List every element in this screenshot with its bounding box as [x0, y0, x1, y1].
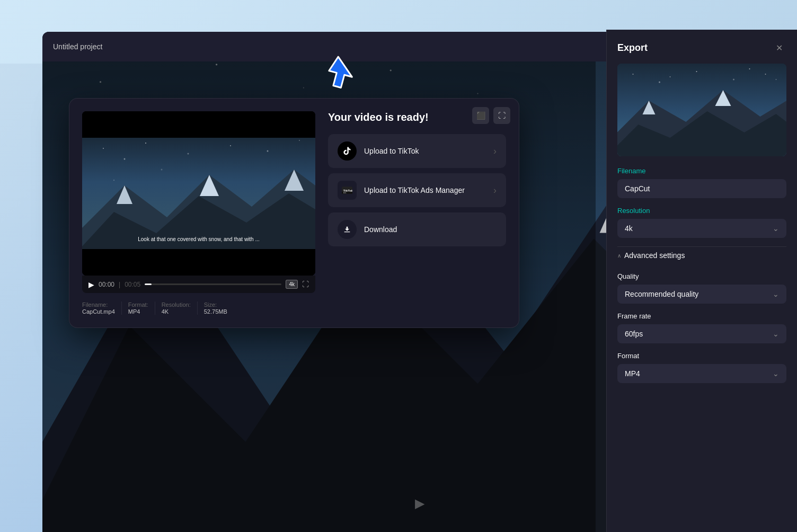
download-button[interactable]: Download [328, 212, 506, 246]
chevron-down-icon-format: ⌄ [773, 369, 779, 378]
video-player-section: Look at that one covered with snow, and … [82, 111, 315, 315]
quality-select[interactable]: Recommended quality ⌄ [617, 285, 786, 304]
close-export-panel-button[interactable]: ✕ [772, 40, 786, 55]
export-panel: Export ✕ [606, 30, 797, 532]
fullscreen-button[interactable]: ⛶ [302, 280, 309, 288]
dialog-content: Look at that one covered with snow, and … [82, 111, 506, 315]
upload-tiktok-label: Upload to TikTok [364, 147, 419, 155]
svg-text:Ads: Ads [343, 192, 347, 194]
filename-label: Filename [617, 167, 786, 175]
play-button[interactable]: ▶ [88, 280, 94, 289]
export-preview-image [617, 64, 786, 156]
tiktok-ads-icon: TikTok Ads [338, 181, 357, 200]
quality-value: Recommended quality [625, 290, 698, 298]
svg-point-25 [161, 169, 163, 171]
dialog-top-icons: ⬛ ⛶ [472, 107, 510, 124]
quality-badge: 4k [286, 280, 298, 289]
chevron-down-icon-framerate: ⌄ [773, 330, 779, 338]
comment-icon: ⬛ [476, 111, 485, 120]
format-label: Format [617, 352, 786, 360]
svg-point-18 [124, 158, 126, 160]
arrow-icon-2: › [493, 185, 497, 196]
comment-icon-button[interactable]: ⬛ [472, 107, 489, 124]
svg-point-22 [267, 150, 269, 152]
time-separator: | [119, 281, 120, 288]
advanced-settings-toggle[interactable]: ∧ Advanced settings [617, 246, 786, 264]
framerate-value: 60fps [625, 330, 643, 338]
chevron-up-icon: ∧ [617, 253, 621, 259]
svg-point-41 [733, 79, 734, 81]
progress-bar[interactable] [145, 283, 281, 285]
framerate-label: Frame rate [617, 312, 786, 320]
svg-point-42 [765, 74, 766, 75]
svg-point-48 [749, 68, 750, 69]
quality-label: Quality [617, 272, 786, 280]
format-field-group: Format MP4 ⌄ [617, 352, 786, 383]
upload-tiktok-ads-button[interactable]: TikTok Ads Upload to TikTok Ads Manager … [328, 173, 506, 207]
download-icon [338, 220, 357, 239]
expand-icon-button[interactable]: ⛶ [493, 107, 510, 124]
action-section: Your video is ready! Upload to TikTok › [328, 111, 506, 315]
svg-point-21 [230, 145, 231, 146]
current-time: 00:00 [99, 281, 114, 288]
svg-rect-15 [82, 249, 315, 276]
chevron-down-icon-quality: ⌄ [773, 290, 779, 298]
file-info: Filename: CapCut.mp4 Format: MP4 Resolut… [82, 299, 315, 315]
svg-point-20 [188, 153, 189, 155]
upload-tiktok-ads-label: Upload to TikTok Ads Manager [364, 186, 465, 194]
video-preview: Look at that one covered with snow, and … [82, 111, 315, 276]
svg-point-23 [299, 140, 300, 141]
svg-point-19 [145, 143, 146, 144]
export-panel-header: Export ✕ [617, 40, 786, 55]
svg-point-17 [103, 148, 104, 149]
filename-input[interactable] [617, 179, 786, 198]
expand-icon: ⛶ [498, 111, 506, 120]
format-value: MP4 [625, 369, 640, 378]
filename-field-group: Filename [617, 167, 786, 207]
resolution-label: Resolution [617, 207, 786, 215]
svg-point-24 [113, 180, 114, 181]
resolution-field-group: Resolution 4k ⌄ [617, 207, 786, 238]
svg-rect-14 [82, 111, 315, 138]
svg-point-49 [776, 79, 777, 80]
format-info: Format: MP4 [128, 302, 155, 315]
video-ready-dialog: ⬛ ⛶ [69, 98, 519, 328]
total-time: 00:05 [125, 281, 140, 288]
fullscreen-icon: ⛶ [302, 280, 309, 288]
framerate-select[interactable]: 60fps ⌄ [617, 324, 786, 343]
chevron-down-icon: ⌄ [773, 224, 779, 233]
arrow-icon: › [493, 146, 497, 157]
svg-text:Look at that one covered with : Look at that one covered with snow, and … [138, 236, 260, 242]
play-icon: ▶ [88, 280, 94, 289]
quality-field-group: Quality Recommended quality ⌄ [617, 272, 786, 304]
resolution-select[interactable]: 4k ⌄ [617, 219, 786, 238]
filename-info: Filename: CapCut.mp4 [82, 302, 122, 315]
video-controls: ▶ 00:00 | 00:05 4k ⛶ [82, 276, 315, 293]
size-info: Size: 52.75MB [204, 302, 236, 315]
format-select[interactable]: MP4 ⌄ [617, 364, 786, 383]
download-label: Download [364, 225, 397, 234]
export-panel-title: Export [617, 42, 648, 54]
project-title: Untitled project [53, 42, 102, 51]
upload-tiktok-button[interactable]: Upload to TikTok › [328, 134, 506, 168]
advanced-settings-label: Advanced settings [624, 251, 685, 260]
svg-point-39 [659, 82, 660, 83]
svg-point-40 [696, 71, 697, 72]
svg-point-47 [670, 76, 671, 77]
resolution-info: Resolution: 4K [162, 302, 198, 315]
framerate-field-group: Frame rate 60fps ⌄ [617, 312, 786, 343]
tiktok-icon [338, 141, 357, 161]
close-icon: ✕ [776, 43, 783, 53]
svg-point-38 [633, 74, 634, 75]
resolution-value: 4k [625, 224, 633, 233]
